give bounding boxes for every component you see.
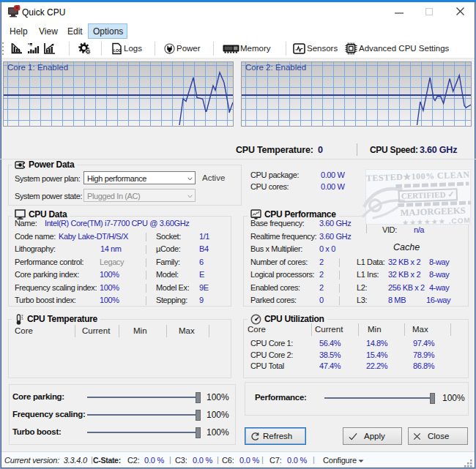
svg-text:LOG: LOG [114, 48, 122, 53]
